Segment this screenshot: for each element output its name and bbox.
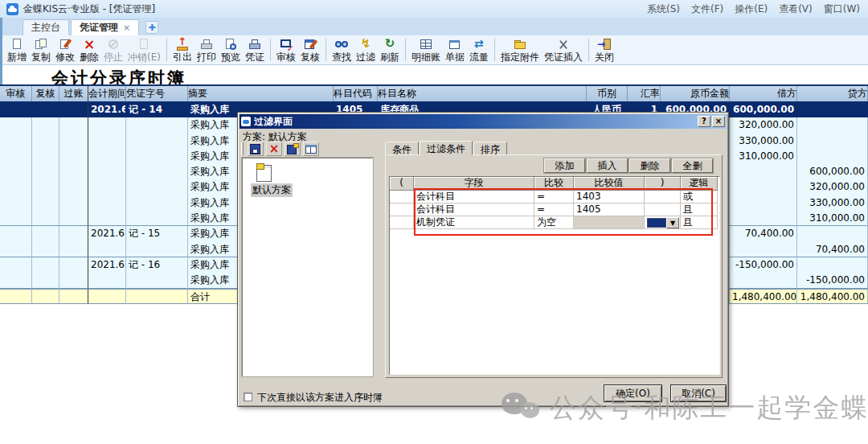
journal-cell: 600,000.00 (730, 102, 797, 117)
journal-cell (88, 211, 126, 226)
insert-button[interactable]: 插入 (587, 158, 628, 173)
copy-icon (34, 38, 48, 51)
toolbar-button-export[interactable]: 引出 (170, 37, 194, 64)
nav-tab-0[interactable]: 主控台 (23, 19, 69, 35)
journal-cell (59, 211, 88, 226)
dialog-tab-filter-condition[interactable]: 过滤条件 (420, 141, 473, 155)
filter-column-header: ( (390, 177, 414, 191)
toolbar-button-attachment-folder[interactable]: 指定附件 (498, 37, 542, 64)
scheme-item[interactable]: 默认方案 (251, 183, 293, 197)
journal-cell (88, 134, 126, 149)
find-icon (334, 38, 349, 51)
delete-row-button[interactable]: 删除 (629, 158, 670, 173)
toolbar-button-label: 单据 (445, 51, 465, 63)
journal-cell: 330,000.00 (797, 195, 868, 211)
toolbar-button-label: 新增 (7, 51, 27, 63)
journal-cell (126, 179, 188, 195)
journal-cell: 330,000.00 (730, 134, 797, 149)
journal-cell (88, 179, 126, 195)
journal-cell (88, 242, 126, 257)
menubar: 系统(S)文件(F)操作(E)查看(V)窗口(W) (647, 2, 868, 16)
dialog-toolbar-button-delete-scheme[interactable] (266, 142, 282, 156)
toolbar-button-label: 关闭 (595, 51, 614, 63)
toolbar-button-find[interactable]: 查找 (330, 37, 354, 64)
toolbar-button-close-door[interactable]: 关闭 (592, 37, 616, 64)
toolbar-button-detail-ledger[interactable]: 明细账 (409, 37, 443, 64)
toolbar-button-voucher-print[interactable]: 凭证 (243, 37, 267, 64)
journal-cell: 320,000.00 (730, 117, 797, 133)
filter-grid-cell (390, 204, 414, 216)
toolbar-button-review[interactable]: 复核 (298, 37, 322, 64)
menubar-item[interactable]: 操作(E) (735, 2, 768, 16)
menubar-item[interactable]: 文件(F) (691, 2, 723, 16)
journal-column-header: 借方 (730, 86, 797, 101)
journal-cell (59, 226, 88, 241)
journal-cell (32, 257, 59, 273)
nav-tab-1[interactable]: 凭证管理× (71, 19, 139, 35)
toolbar-button-document[interactable]: 单据 (443, 37, 467, 64)
scheme-listbox[interactable]: 默认方案 (242, 158, 373, 376)
dialog-toolbar-button-save-as[interactable] (285, 142, 301, 156)
toolbar-button-print[interactable]: 打印 (194, 37, 219, 64)
journal-cell (32, 149, 59, 164)
menubar-item[interactable]: 查看(V) (779, 2, 813, 16)
toolbar-button-label: 复制 (31, 51, 51, 63)
toolbar-button-filter[interactable]: 过滤 (354, 37, 378, 64)
journal-cell (88, 164, 126, 179)
journal-cell (32, 179, 59, 195)
journal-cell (88, 117, 126, 133)
dialog-toolbar-button-save[interactable] (248, 142, 264, 156)
toolbar-button-label: 凭证 (245, 51, 264, 63)
toolbar-separator (326, 39, 326, 61)
dialog-help-button[interactable]: ? (698, 116, 710, 127)
toolbar-button-refresh[interactable]: 刷新 (378, 37, 402, 64)
journal-column-header: 科目代码 (334, 86, 378, 101)
save-icon (249, 143, 262, 155)
toolbar-button-label: 冲销(E) (128, 51, 161, 63)
toolbar-button-new-document[interactable]: 新增 (5, 37, 29, 64)
toolbar-button-delete[interactable]: 删除 (77, 37, 101, 64)
journal-column-header: 审核 (0, 86, 32, 101)
journal-cell: 320,000.00 (797, 179, 868, 195)
dialog-tab-condition[interactable]: 条件 (385, 142, 419, 155)
new-tab-icon[interactable]: ✚ (145, 21, 158, 34)
review-icon (303, 38, 317, 51)
stop-icon (106, 38, 121, 51)
journal-cell (88, 273, 126, 288)
journal-cell (126, 117, 188, 133)
filter-dialog: 过滤界面 ? × 方案: 默认方案 默认方案 条件过滤条件排序 添加插入删除全删… (237, 112, 729, 407)
filter-grid-cell (390, 191, 414, 204)
toolbar-button-label: 复核 (301, 51, 320, 63)
journal-cell (730, 211, 797, 226)
menubar-item[interactable]: 系统(S) (647, 2, 680, 16)
toolbar-button-voucher-insert[interactable]: 凭证插入 (542, 37, 585, 64)
toolbar-button-copy[interactable]: 复制 (29, 37, 53, 64)
wechat-icon (500, 389, 543, 426)
toolbar-button-edit[interactable]: 修改 (53, 37, 77, 64)
menubar-item[interactable]: 窗口(W) (824, 2, 860, 16)
journal-cell (797, 257, 868, 273)
journal-cell (32, 273, 59, 288)
journal-cell (59, 257, 88, 273)
add-button[interactable]: 添加 (544, 158, 585, 173)
filter-action-buttons: 添加插入删除全删 (544, 158, 713, 173)
dialog-titlebar[interactable]: 过滤界面 ? × (240, 114, 727, 129)
dialog-tab-sort[interactable]: 排序 (473, 142, 507, 155)
toolbar-button-preview[interactable]: 预览 (219, 37, 243, 64)
journal-cell: 记 - 15 (126, 226, 188, 241)
close-tab-icon[interactable]: × (123, 23, 130, 32)
toolbar-button-audit[interactable]: 审核 (274, 37, 298, 64)
toolbar-separator (494, 39, 495, 61)
journal-column-header: 摘要 (188, 86, 334, 101)
enter-with-scheme-checkbox[interactable] (244, 393, 252, 401)
journal-cell: 600,000.00 (797, 164, 868, 179)
journal-column-header: 凭证字号 (126, 86, 188, 101)
toolbar-button-flow[interactable]: 流量 (467, 37, 491, 64)
nav-tabs: 主控台凭证管理×✚ (0, 18, 868, 35)
journal-cell (59, 149, 88, 164)
delete-all-button[interactable]: 全删 (672, 158, 713, 173)
dialog-close-button[interactable]: × (712, 116, 725, 127)
dialog-toolbar-button-table-view[interactable] (303, 142, 319, 156)
journal-cell (0, 195, 32, 211)
filter-icon (358, 38, 373, 51)
